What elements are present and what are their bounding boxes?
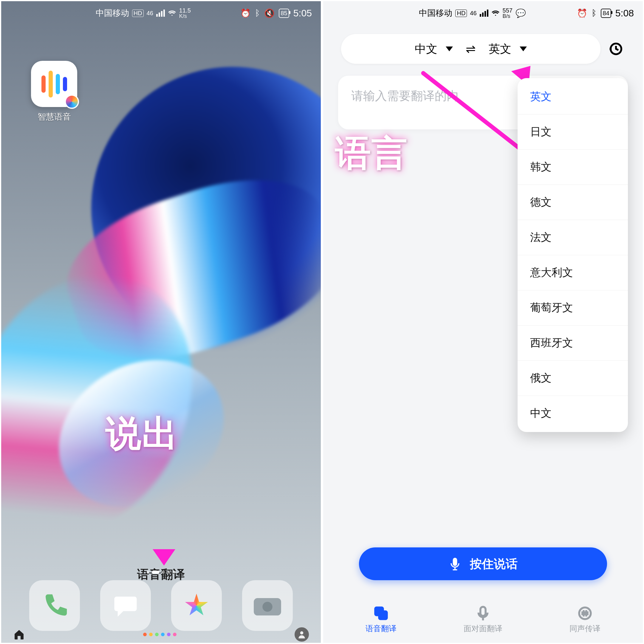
wechat-icon: 💬 (515, 8, 526, 18)
carrier-label: 中国移动 (96, 7, 129, 19)
input-placeholder: 请输入需要翻译的内 (351, 89, 459, 102)
svg-rect-7 (480, 607, 485, 616)
alarm-icon: ⏰ (577, 8, 587, 18)
tab-voice-translate[interactable]: 文语音翻译 (366, 606, 397, 634)
annotation-say: 说出 (106, 410, 178, 458)
signal-icon (480, 10, 488, 17)
status-bar: 中国移动 HD 46 557 B/s 💬 ⏰ ᛒ 84 5:08 (323, 1, 643, 25)
battery-indicator: 84 (601, 9, 611, 18)
carrier-label: 中国移动 (419, 7, 452, 19)
voice-bars-icon (41, 71, 67, 97)
lang-to-label: 英文 (489, 41, 511, 57)
language-bar: 中文 ⇌ 英文 (341, 34, 625, 64)
annotation-arrow-head (153, 549, 175, 566)
history-button[interactable] (606, 39, 625, 58)
nav-bar (1, 626, 321, 643)
dock-camera-icon[interactable] (242, 580, 293, 631)
chevron-down-icon (520, 47, 527, 51)
language-option[interactable]: 德文 (518, 185, 628, 220)
tab-label: 语音翻译 (366, 623, 397, 634)
talk-button-label: 按住说话 (470, 556, 518, 572)
speed-label: 557 B/s (503, 7, 513, 19)
status-bar: 中国移动 HD 46 11.5 K/s ⏰ ᛒ 🔇 85 5:05 (1, 1, 321, 25)
app-icon-smart-voice[interactable]: 智慧语音 (31, 61, 77, 123)
language-option[interactable]: 日文 (518, 114, 628, 150)
dock-messages-icon[interactable] (100, 580, 151, 631)
language-dropdown[interactable]: 英文日文韩文德文法文意大利文葡萄牙文西班牙文俄文中文 (518, 78, 628, 432)
language-option[interactable]: 中文 (518, 396, 628, 431)
tab-icon (475, 606, 491, 621)
profile-icon[interactable] (295, 627, 309, 642)
lang-from-label: 中文 (415, 41, 437, 57)
language-option[interactable]: 意大利文 (518, 255, 628, 290)
net-label: 46 (470, 10, 476, 17)
svg-point-2 (300, 631, 304, 634)
app-icon-label: 智慧语音 (31, 111, 77, 123)
annotation-language: 语言 (335, 129, 408, 178)
bluetooth-icon: ᛒ (255, 8, 260, 18)
language-option[interactable]: 韩文 (518, 150, 628, 185)
language-option[interactable]: 西班牙文 (518, 326, 628, 361)
hold-to-talk-button[interactable]: 按住说话 (359, 547, 607, 580)
clock-label: 5:05 (293, 8, 312, 19)
wifi-icon (491, 9, 500, 17)
svg-text:文: 文 (378, 609, 383, 614)
signal-icon (156, 10, 165, 17)
hd-badge: HD (455, 10, 467, 17)
battery-indicator: 85 (279, 9, 289, 18)
language-option[interactable]: 葡萄牙文 (518, 290, 628, 326)
phone-home-screen: 中国移动 HD 46 11.5 K/s ⏰ ᛒ 🔇 85 5:05 智慧语音 说… (0, 0, 322, 644)
speed-label: 11.5 K/s (179, 7, 191, 19)
language-option[interactable]: 俄文 (518, 361, 628, 396)
language-option[interactable]: 法文 (518, 220, 628, 255)
bluetooth-icon: ᛒ (592, 8, 597, 18)
language-option[interactable]: 英文 (518, 79, 628, 114)
tab-icon (577, 606, 593, 621)
alarm-icon: ⏰ (240, 8, 251, 18)
net-label: 46 (147, 10, 153, 17)
assistant-badge-icon (65, 95, 79, 109)
svg-point-1 (262, 602, 272, 612)
dock (1, 580, 321, 631)
hd-badge: HD (132, 10, 144, 17)
star-icon (185, 594, 208, 617)
phone-translator-app: 中国移动 HD 46 557 B/s 💬 ⏰ ᛒ 84 5:08 中文 ⇌ 英文 (322, 0, 644, 644)
mute-icon: 🔇 (264, 8, 275, 18)
microphone-icon (448, 557, 462, 570)
dock-phone-icon[interactable] (29, 580, 80, 631)
tab-face-to-face[interactable]: 面对面翻译 (464, 606, 502, 634)
tab-label: 面对面翻译 (464, 623, 502, 634)
tab-label: 同声传译 (569, 623, 600, 634)
swap-icon[interactable]: ⇌ (461, 42, 480, 56)
chevron-down-icon (446, 47, 453, 51)
page-indicator (146, 571, 176, 574)
home-icon[interactable] (13, 628, 25, 640)
dock-gallery-icon[interactable] (171, 580, 222, 631)
clock-label: 5:08 (615, 8, 634, 19)
tab-icon: 文 (373, 606, 389, 621)
tab-simultaneous[interactable]: 同声传译 (569, 606, 600, 634)
wifi-icon (168, 9, 176, 17)
lang-from-chip[interactable]: 中文 ⇌ 英文 (341, 34, 600, 64)
bottom-tabbar: 文语音翻译面对面翻译同声传译 (323, 603, 643, 637)
